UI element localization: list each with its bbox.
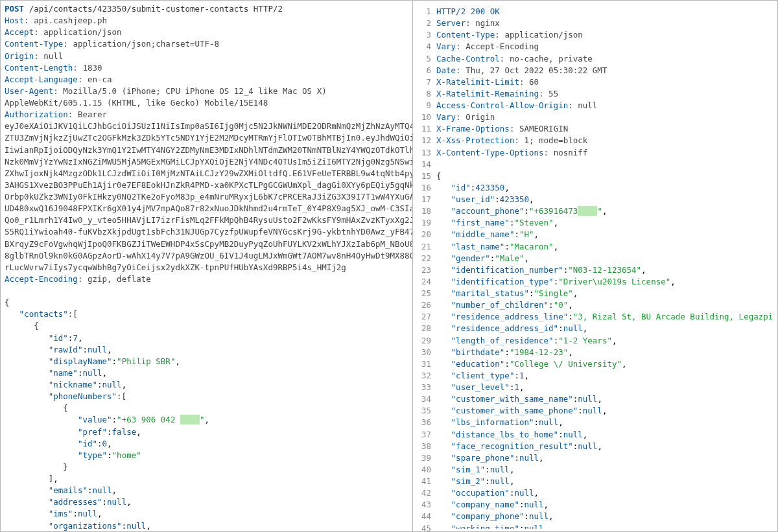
request-pane[interactable]: POST /api/contacts/423350/submit-custome…: [1, 1, 413, 531]
line-number-gutter: 1 2 3 4 5 6 7 8 9 10 11 12 13 14 15 16 1…: [417, 3, 435, 529]
response-content[interactable]: HTTP/2 200 OK Server: nginx Content-Type…: [435, 3, 773, 529]
http-inspector-split-view: POST /api/contacts/423350/submit-custome…: [1, 1, 777, 531]
response-pane[interactable]: 1 2 3 4 5 6 7 8 9 10 11 12 13 14 15 16 1…: [413, 1, 777, 531]
